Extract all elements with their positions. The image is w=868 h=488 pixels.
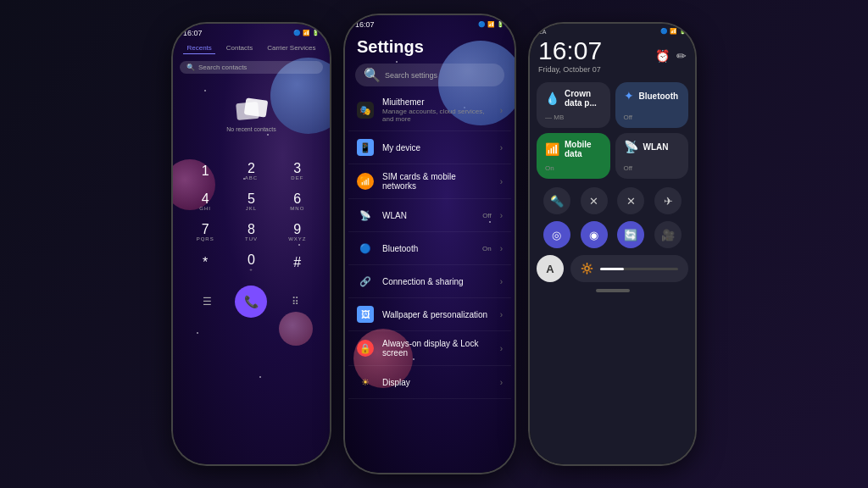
status-time: 16:07: [183, 29, 203, 37]
settings-item-wallpaper[interactable]: 🖼 Wallpaper & personalization ›: [348, 298, 511, 331]
cc-time-block: 16:07 Friday, October 07: [538, 38, 602, 74]
settings-search[interactable]: 🔍 Search settings: [355, 64, 504, 86]
phone-dialer: 16:07 🔵 📶 🔋 Recents Contacts Carrier Ser…: [173, 24, 330, 464]
mobile-icon: 📶: [545, 142, 559, 156]
call-button[interactable]: 📞: [235, 286, 267, 318]
settings-item-sim[interactable]: 📶 SIM cards & mobile networks ›: [348, 164, 511, 199]
sync-button[interactable]: 🔄: [617, 221, 644, 248]
sim-text: SIM cards & mobile networks: [382, 172, 492, 191]
cc-tile-data[interactable]: 💧 Crown data p... — MB: [537, 82, 610, 128]
arrow-icon: ›: [500, 244, 503, 253]
settings-title: Settings: [345, 30, 515, 60]
wlan-tile-icon: 📡: [624, 140, 638, 153]
no-recent-label: No recent contacts: [226, 126, 275, 132]
dialer-tabs: Recents Contacts Carrier Services: [173, 39, 330, 58]
avatar[interactable]: A: [537, 255, 564, 282]
cancel2-button[interactable]: ✕: [617, 187, 644, 214]
arrow-icon: ›: [500, 378, 503, 387]
settings-item-bluetooth[interactable]: 🔵 Bluetooth On ›: [348, 232, 511, 265]
arrow-icon: ›: [500, 344, 503, 353]
dialer-bottom: ☰ 📞 ⠿: [173, 280, 330, 326]
key-star[interactable]: *: [183, 248, 227, 277]
dialpad-button[interactable]: ⠿: [283, 289, 309, 314]
brightness-track: [600, 268, 678, 270]
phone-control-center: EA 🔵 📶 🔋 16:07 Friday, October 07 ⏰ ✏: [530, 24, 695, 464]
arrow-icon: ›: [500, 277, 503, 286]
cc-status-left: EA: [538, 29, 546, 35]
settings-item-mydevice[interactable]: 📱 My device ›: [348, 131, 511, 164]
settings-search-placeholder: Search settings: [385, 71, 437, 80]
cc-time-row: 16:07 Friday, October 07 ⏰ ✏: [530, 36, 695, 79]
settings-item-connection[interactable]: 🔗 Connection & sharing ›: [348, 265, 511, 298]
tab-carrier[interactable]: Carrier Services: [264, 42, 319, 54]
wlan-text: WLAN: [382, 211, 474, 220]
key-0[interactable]: 0+: [229, 248, 273, 277]
key-8[interactable]: 8TUV: [229, 218, 273, 247]
cc-tiles: 💧 Crown data p... — MB ✦ Bluetooth Off: [530, 79, 695, 182]
arrow-icon: ›: [500, 143, 503, 152]
screen-record-button[interactable]: 🎥: [654, 221, 682, 248]
arrow-icon: ›: [500, 211, 503, 220]
bt-tile-sub: Off: [624, 114, 681, 121]
contacts-search[interactable]: 🔍 Search contacts: [180, 61, 323, 74]
bluetooth-icon: 🔵: [357, 240, 374, 257]
tab-contacts[interactable]: Contacts: [223, 42, 257, 54]
lock-icon: 🔒: [357, 340, 374, 357]
contact-icon: [236, 99, 267, 123]
clock-icon[interactable]: ⏰: [655, 49, 670, 63]
status-bar: 16:07 🔵 📶 🔋: [173, 24, 330, 39]
tab-recents[interactable]: Recents: [183, 42, 214, 54]
settings-item-lockscreen[interactable]: 🔒 Always-on display & Lock screen ›: [348, 331, 511, 366]
recent-contacts-area: No recent contacts: [173, 77, 330, 153]
status-icons: 🔵 📶 🔋: [293, 30, 320, 36]
edit-icon[interactable]: ✏: [676, 49, 687, 63]
miuithemer-text: Miuithemer Manage accounts, cloud servic…: [382, 97, 492, 123]
brightness-icon: 🔆: [581, 263, 593, 274]
bt-tile-label: Bluetooth: [639, 92, 679, 101]
mobile-sub: On: [545, 164, 602, 172]
bluetooth-status: On: [482, 245, 492, 252]
key-4[interactable]: 4GHI: [183, 187, 227, 216]
search-icon: 🔍: [186, 64, 195, 71]
connection-icon: 🔗: [357, 273, 374, 290]
cancel-button[interactable]: ✕: [581, 187, 608, 214]
brightness-control[interactable]: 🔆: [570, 255, 688, 282]
key-hash[interactable]: #: [275, 248, 320, 277]
wlan-tile-label: WLAN: [643, 142, 669, 152]
miuithemer-icon: 🎭: [357, 102, 374, 119]
flashlight-button[interactable]: 🔦: [543, 187, 570, 214]
key-2[interactable]: 2ABC: [229, 157, 273, 186]
settings-item-wlan[interactable]: 📡 WLAN Off ›: [348, 199, 511, 232]
key-6[interactable]: 6MNO: [275, 187, 320, 216]
mobile-label: Mobile data: [565, 140, 602, 158]
airplane-button[interactable]: ✈: [654, 187, 682, 214]
settings-search-icon: 🔍: [364, 67, 381, 83]
auto-rotate-button[interactable]: ◎: [543, 221, 570, 248]
bottom-handle: [596, 289, 630, 292]
phone-settings: 16:07 🔵 📶 🔋 Settings 🔍 Search settings 🎭: [345, 15, 515, 473]
settings-item-miuithemer[interactable]: 🎭 Miuithemer Manage accounts, cloud serv…: [348, 90, 511, 131]
menu-button[interactable]: ☰: [194, 289, 220, 314]
location-button[interactable]: ◉: [581, 221, 608, 248]
search-placeholder: Search contacts: [198, 64, 247, 71]
key-7[interactable]: 7PQRS: [183, 218, 227, 247]
cc-tile-bluetooth[interactable]: ✦ Bluetooth Off: [615, 82, 689, 128]
mydevice-icon: 📱: [357, 139, 374, 156]
key-3[interactable]: 3DEF: [275, 157, 320, 186]
cc-time-icons: ⏰ ✏: [655, 49, 687, 63]
settings-menu: 🎭 Miuithemer Manage accounts, cloud serv…: [345, 90, 515, 399]
wlan-status: Off: [482, 212, 492, 219]
cc-tile-mobile[interactable]: 📶 Mobile data On: [537, 133, 610, 179]
bluetooth-text: Bluetooth: [382, 244, 474, 253]
arrow-icon: ›: [500, 177, 503, 186]
bluetooth-tile-icon: ✦: [624, 89, 634, 103]
settings-item-display[interactable]: ☀ Display ›: [348, 366, 511, 399]
data-sub: — MB: [545, 114, 602, 121]
settings-status-bar: 16:07 🔵 📶 🔋: [345, 15, 515, 30]
arrow-icon: ›: [500, 310, 503, 319]
key-1[interactable]: 1: [183, 157, 227, 186]
cc-status-right: 🔵 📶 🔋: [660, 28, 687, 35]
cc-tile-wlan[interactable]: 📡 WLAN Off: [615, 133, 689, 179]
key-9[interactable]: 9WXYZ: [275, 218, 320, 247]
key-5[interactable]: 5JKL: [229, 187, 273, 216]
